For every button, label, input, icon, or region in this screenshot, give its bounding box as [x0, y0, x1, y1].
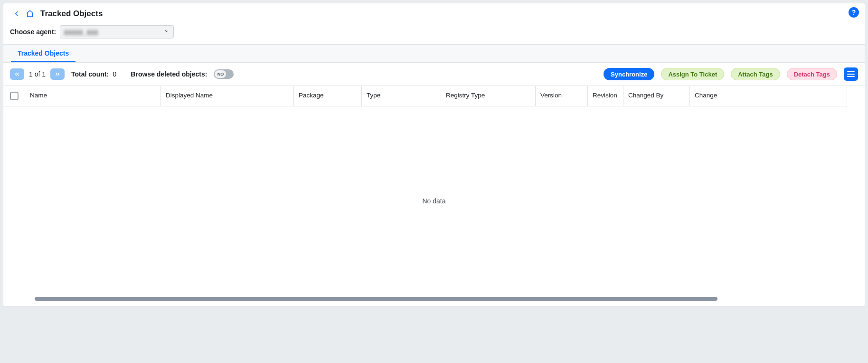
pager-text: 1 of 1 — [27, 70, 47, 78]
column-name[interactable]: Name — [25, 86, 161, 106]
select-all-cell — [3, 86, 25, 106]
hamburger-icon — [847, 71, 855, 77]
column-changed[interactable]: Change — [690, 86, 747, 106]
pager-prev-button[interactable] — [10, 68, 24, 80]
column-version[interactable]: Version — [536, 86, 588, 106]
help-button[interactable]: ? — [849, 7, 859, 18]
back-button[interactable] — [10, 7, 23, 20]
table-menu-button[interactable] — [844, 67, 858, 81]
attach-tags-button[interactable]: Attach Tags — [731, 68, 780, 80]
home-icon — [26, 10, 34, 18]
total-count-value: 0 — [113, 70, 117, 78]
synchronize-button[interactable]: Synchronize — [604, 68, 654, 80]
chevron-down-icon — [164, 29, 170, 36]
header: Tracked Objects ? — [3, 3, 865, 22]
toggle-text: NO — [217, 72, 224, 76]
column-type[interactable]: Type — [362, 86, 441, 106]
table-right-edge — [847, 86, 865, 109]
tabs-bar: Tracked Objects — [3, 44, 865, 63]
column-revision[interactable]: Revision — [588, 86, 623, 106]
table-empty-state: No data — [3, 106, 865, 296]
total-count: Total count: 0 — [71, 70, 116, 78]
pager-next-button[interactable] — [50, 68, 65, 80]
agent-chooser-row: Choose agent: ▮▮▮▮▮_▮▮▮ — [3, 22, 865, 44]
browse-deleted-label: Browse deleted objects: — [131, 70, 207, 78]
assign-to-ticket-button[interactable]: Assign To Ticket — [661, 68, 724, 80]
agent-selected-value: ▮▮▮▮▮_▮▮▮ — [64, 29, 98, 36]
total-count-label: Total count: — [71, 70, 109, 78]
horizontal-scrollbar-thumb[interactable] — [35, 297, 717, 301]
choose-agent-label: Choose agent: — [10, 28, 56, 36]
column-package[interactable]: Package — [294, 86, 362, 106]
table: Name Displayed Name Package Type Registr… — [3, 86, 865, 302]
column-changed-by[interactable]: Changed By — [623, 86, 690, 106]
double-chevron-right-icon — [54, 71, 61, 77]
help-icon: ? — [852, 9, 856, 16]
page-title: Tracked Objects — [40, 9, 103, 19]
tab-tracked-objects[interactable]: Tracked Objects — [11, 45, 75, 62]
toggle-knob: NO — [215, 70, 226, 78]
toolbar: 1 of 1 Total count: 0 Browse deleted obj… — [3, 63, 865, 86]
browse-deleted-toggle[interactable]: NO — [214, 69, 234, 79]
horizontal-scrollbar-track[interactable] — [10, 296, 858, 302]
detach-tags-button[interactable]: Detach Tags — [787, 68, 837, 80]
agent-select[interactable]: ▮▮▮▮▮_▮▮▮ — [60, 25, 174, 38]
table-header-row: Name Displayed Name Package Type Registr… — [3, 86, 865, 106]
double-chevron-left-icon — [14, 71, 20, 77]
column-displayed-name[interactable]: Displayed Name — [161, 86, 294, 106]
no-data-text: No data — [422, 197, 445, 205]
select-all-checkbox[interactable] — [10, 92, 19, 100]
chevron-left-icon — [12, 10, 21, 18]
column-registry-type[interactable]: Registry Type — [441, 86, 536, 106]
pager: 1 of 1 — [10, 68, 65, 80]
home-button[interactable] — [23, 7, 37, 20]
